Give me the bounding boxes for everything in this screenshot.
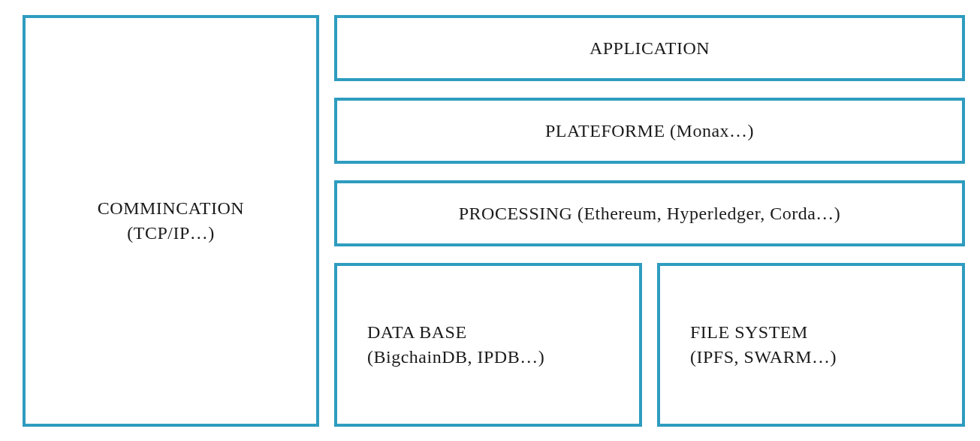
communication-subtitle: (TCP/IP…) [127, 223, 215, 243]
database-subtitle: (BigchainDB, IPDB…) [367, 347, 544, 367]
database-layer-box: DATA BASE (BigchainDB, IPDB…) [334, 263, 642, 427]
platform-label: PLATEFORME (Monax…) [545, 121, 754, 141]
processing-label: PROCESSING (Ethereum, Hyperledger, Corda… [459, 204, 841, 224]
filesystem-title: FILE SYSTEM [690, 322, 808, 343]
database-title: DATA BASE [367, 322, 467, 343]
processing-layer-box: PROCESSING (Ethereum, Hyperledger, Corda… [334, 180, 965, 246]
application-layer-box: APPLICATION [334, 15, 965, 81]
application-label: APPLICATION [590, 38, 710, 59]
filesystem-subtitle: (IPFS, SWARM…) [690, 347, 837, 367]
platform-layer-box: PLATEFORME (Monax…) [334, 98, 965, 164]
filesystem-layer-box: FILE SYSTEM (IPFS, SWARM…) [657, 263, 965, 427]
communication-layer-box: COMMINCATION (TCP/IP…) [23, 15, 319, 427]
communication-title: COMMINCATION [98, 198, 244, 219]
